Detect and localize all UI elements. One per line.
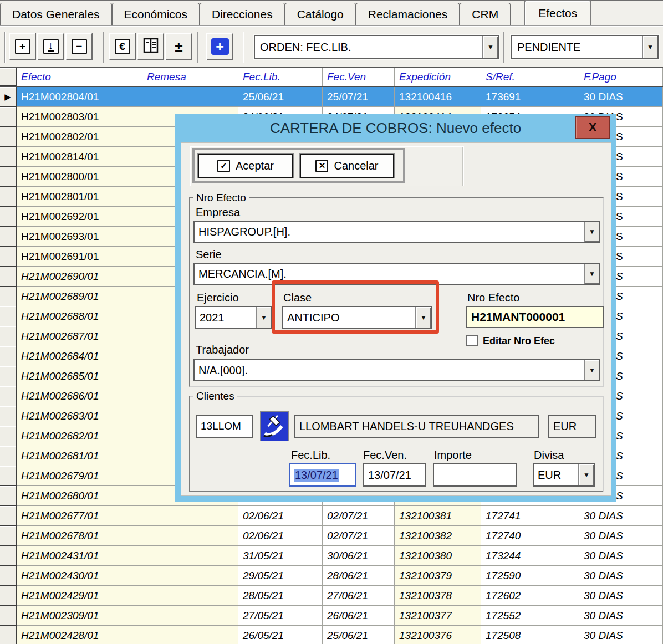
plus-minus-button[interactable]: ± [165, 33, 192, 60]
cell-expedicion: 132100381 [395, 506, 481, 526]
tab-crm[interactable]: CRM [460, 3, 511, 25]
cell-f-pago: 30 DIAS [579, 606, 663, 626]
tab-economicos[interactable]: Económicos [112, 3, 200, 25]
cell-efecto: H21M002688/01 [17, 306, 142, 326]
table-row[interactable]: H21M002677/0102/06/2102/07/2113210038117… [0, 506, 663, 526]
row-marker-cell [0, 287, 17, 306]
row-marker-cell: ▶ [0, 87, 17, 107]
row-marker-cell [0, 426, 17, 446]
accept-button[interactable]: ✓ Aceptar [198, 154, 293, 178]
cell-efecto: H21M002690/01 [17, 267, 142, 287]
blue-plus-icon: + [211, 38, 229, 55]
add-record-button[interactable]: + [9, 33, 36, 60]
chevron-down-icon[interactable]: ▼ [642, 36, 657, 58]
row-marker-cell [0, 147, 17, 167]
cell-fec-lib-: 25/06/21 [238, 87, 323, 107]
cell-efecto: H21M002692/01 [17, 207, 142, 227]
cell-fec-lib-: 02/06/21 [238, 526, 323, 546]
ejercicio-combobox[interactable]: 2021 ▼ [195, 306, 272, 329]
importe-label: Importe [434, 449, 472, 462]
fec-ven-field[interactable]: 13/07/21 [363, 463, 426, 487]
euro-button[interactable]: € [109, 33, 136, 60]
cell-efecto: H21M002677/01 [17, 506, 142, 526]
chevron-down-icon[interactable]: ▼ [584, 360, 599, 380]
cell-efecto: H21M002428/01 [17, 626, 142, 644]
panel-divider [463, 146, 464, 186]
chevron-down-icon[interactable]: ▼ [584, 222, 599, 242]
table-row[interactable]: H21M002428/0126/05/2125/06/2113210037617… [0, 626, 663, 644]
check-icon: ✓ [217, 160, 230, 172]
dialog-button-panel: ✓ Aceptar ✕ Cancelar [190, 146, 463, 186]
column-header-remesa[interactable]: Remesa [142, 68, 238, 86]
cell-remesa [142, 546, 238, 566]
table-row[interactable]: H21M002431/0131/05/2130/06/2113210038017… [0, 546, 663, 566]
table-row[interactable]: ▶H21M002804/0125/06/2125/07/211321004161… [0, 87, 663, 107]
cell-remesa [142, 87, 238, 107]
tab-datos-generales[interactable]: Datos Generales [0, 3, 112, 25]
tab-reclamaciones[interactable]: Reclamaciones [356, 3, 460, 25]
column-header-f-pago[interactable]: F.Pago [579, 68, 663, 86]
table-row[interactable]: H21M002678/0102/06/2102/07/2113210038217… [0, 526, 663, 546]
row-marker-cell [0, 506, 17, 526]
close-button[interactable]: X [575, 116, 610, 139]
cell-fec-lib-: 27/05/21 [238, 606, 323, 626]
row-marker-cell [0, 366, 17, 386]
cell-fec-ven: 30/06/21 [323, 546, 395, 566]
tab-efectos[interactable]: Efectos [524, 0, 591, 25]
row-marker-cell [0, 386, 17, 406]
table-row[interactable]: H21M002309/0127/05/2126/06/2113210037717… [0, 606, 663, 626]
row-marker-cell [0, 247, 17, 267]
delete-record-button[interactable]: − [65, 33, 93, 60]
cell-efecto: H21M002430/01 [17, 566, 142, 586]
tab-catalogo[interactable]: Catálogo [285, 3, 356, 25]
stamp-icon [262, 412, 287, 441]
cell-fec-lib-: 02/06/21 [238, 506, 323, 526]
cell-fec-lib-: 29/05/21 [238, 566, 323, 586]
importe-field[interactable] [433, 463, 517, 487]
chevron-down-icon[interactable]: ▼ [256, 307, 271, 328]
editar-nro-checkbox-label: Editar Nro Efec [483, 335, 580, 347]
tab-direcciones[interactable]: Direcciones [200, 3, 285, 25]
cell-efecto: H21M002804/01 [17, 87, 142, 107]
cell-s-ref-: 172508 [481, 626, 579, 644]
cancel-button[interactable]: ✕ Cancelar [300, 154, 394, 178]
order-dropdown[interactable]: ORDEN: FEC.LIB. ▼ [254, 35, 499, 59]
cancel-button-label: Cancelar [334, 160, 378, 172]
plus-minus-icon: ± [175, 38, 182, 55]
divisa-combobox[interactable]: EUR ▼ [533, 463, 595, 487]
chevron-down-icon[interactable]: ▼ [578, 464, 594, 485]
cell-fec-ven: 27/06/21 [323, 586, 395, 606]
empresa-combobox[interactable]: HISPAGROUP.[H]. ▼ [193, 221, 600, 243]
column-header-efecto[interactable]: Efecto [17, 68, 142, 86]
close-icon: X [589, 120, 597, 135]
row-marker-cell [0, 267, 17, 287]
cell-efecto: H21M002691/01 [17, 247, 142, 267]
cell-efecto: H21M002429/01 [17, 586, 142, 606]
nro-efecto-field[interactable]: H21MANT000001 [466, 306, 604, 328]
chevron-down-icon[interactable]: ▼ [482, 36, 498, 58]
download-icon: ↓ [43, 39, 59, 54]
new-effect-button[interactable]: + [206, 33, 233, 60]
row-marker-cell [0, 566, 17, 586]
column-header-expedicion[interactable]: Expedición [395, 68, 481, 86]
table-row[interactable]: H21M002429/0128/05/2127/06/2113210037817… [0, 586, 663, 606]
clase-highlight-annotation [272, 280, 439, 334]
editar-nro-checkbox[interactable] [466, 335, 478, 346]
fec-lib-field[interactable]: 13/07/21 [289, 463, 356, 487]
cell-fec-ven: 26/06/21 [323, 606, 395, 626]
nro-efecto-legend: Nro Efecto [193, 192, 249, 204]
row-marker-cell [0, 446, 17, 466]
import-record-button[interactable]: ↓ [37, 33, 64, 60]
column-header-fec-ven[interactable]: Fec.Ven [323, 68, 395, 86]
trabajador-combobox[interactable]: N/A.[000]. ▼ [193, 359, 600, 381]
table-row[interactable]: H21M002430/0129/05/2128/06/2113210037917… [0, 566, 663, 586]
row-marker-cell [0, 187, 17, 207]
status-filter-dropdown[interactable]: PENDIENTE ▼ [511, 35, 659, 59]
column-header-fec-lib-[interactable]: Fec.Lib. [238, 68, 323, 86]
client-lookup-button[interactable] [260, 411, 289, 441]
form-view-button[interactable] [137, 33, 164, 60]
cell-remesa [142, 526, 238, 546]
client-code-field[interactable]: 13LLOM [196, 415, 253, 438]
column-header-s-ref-[interactable]: S/Ref. [481, 68, 579, 86]
chevron-down-icon[interactable]: ▼ [584, 264, 599, 284]
